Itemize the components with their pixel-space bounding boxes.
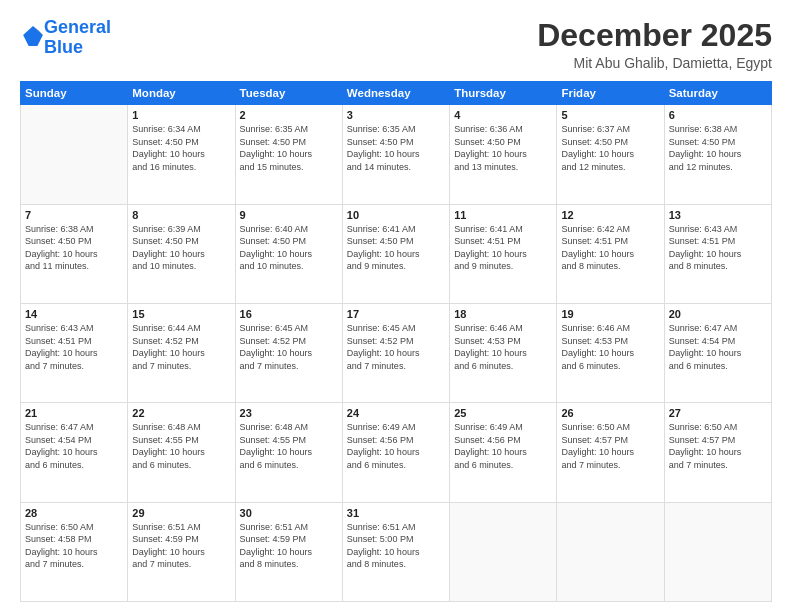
day-number: 17 (347, 308, 445, 320)
day-number: 25 (454, 407, 552, 419)
table-row: 2Sunrise: 6:35 AM Sunset: 4:50 PM Daylig… (235, 105, 342, 204)
col-friday: Friday (557, 82, 664, 105)
table-row: 24Sunrise: 6:49 AM Sunset: 4:56 PM Dayli… (342, 403, 449, 502)
day-number: 23 (240, 407, 338, 419)
day-number: 27 (669, 407, 767, 419)
day-number: 2 (240, 109, 338, 121)
table-row: 14Sunrise: 6:43 AM Sunset: 4:51 PM Dayli… (21, 303, 128, 402)
day-info: Sunrise: 6:42 AM Sunset: 4:51 PM Dayligh… (561, 223, 659, 273)
table-row: 23Sunrise: 6:48 AM Sunset: 4:55 PM Dayli… (235, 403, 342, 502)
day-number: 24 (347, 407, 445, 419)
table-row: 6Sunrise: 6:38 AM Sunset: 4:50 PM Daylig… (664, 105, 771, 204)
col-sunday: Sunday (21, 82, 128, 105)
calendar-week-row: 1Sunrise: 6:34 AM Sunset: 4:50 PM Daylig… (21, 105, 772, 204)
day-number: 29 (132, 507, 230, 519)
svg-marker-0 (23, 26, 43, 46)
day-number: 12 (561, 209, 659, 221)
logo: General Blue (20, 18, 111, 58)
day-info: Sunrise: 6:51 AM Sunset: 4:59 PM Dayligh… (240, 521, 338, 571)
day-info: Sunrise: 6:38 AM Sunset: 4:50 PM Dayligh… (25, 223, 123, 273)
calendar-week-row: 21Sunrise: 6:47 AM Sunset: 4:54 PM Dayli… (21, 403, 772, 502)
table-row (21, 105, 128, 204)
calendar-table: Sunday Monday Tuesday Wednesday Thursday… (20, 81, 772, 602)
day-info: Sunrise: 6:35 AM Sunset: 4:50 PM Dayligh… (347, 123, 445, 173)
table-row: 26Sunrise: 6:50 AM Sunset: 4:57 PM Dayli… (557, 403, 664, 502)
page: General Blue December 2025 Mit Abu Ghali… (0, 0, 792, 612)
table-row: 4Sunrise: 6:36 AM Sunset: 4:50 PM Daylig… (450, 105, 557, 204)
header: General Blue December 2025 Mit Abu Ghali… (20, 18, 772, 71)
table-row: 19Sunrise: 6:46 AM Sunset: 4:53 PM Dayli… (557, 303, 664, 402)
day-info: Sunrise: 6:51 AM Sunset: 4:59 PM Dayligh… (132, 521, 230, 571)
day-info: Sunrise: 6:41 AM Sunset: 4:51 PM Dayligh… (454, 223, 552, 273)
day-info: Sunrise: 6:43 AM Sunset: 4:51 PM Dayligh… (25, 322, 123, 372)
day-number: 11 (454, 209, 552, 221)
day-info: Sunrise: 6:39 AM Sunset: 4:50 PM Dayligh… (132, 223, 230, 273)
day-info: Sunrise: 6:36 AM Sunset: 4:50 PM Dayligh… (454, 123, 552, 173)
calendar-header-row: Sunday Monday Tuesday Wednesday Thursday… (21, 82, 772, 105)
table-row: 22Sunrise: 6:48 AM Sunset: 4:55 PM Dayli… (128, 403, 235, 502)
logo-text: General Blue (44, 18, 111, 58)
day-number: 21 (25, 407, 123, 419)
col-saturday: Saturday (664, 82, 771, 105)
table-row: 20Sunrise: 6:47 AM Sunset: 4:54 PM Dayli… (664, 303, 771, 402)
day-info: Sunrise: 6:48 AM Sunset: 4:55 PM Dayligh… (132, 421, 230, 471)
day-number: 26 (561, 407, 659, 419)
day-number: 20 (669, 308, 767, 320)
table-row: 29Sunrise: 6:51 AM Sunset: 4:59 PM Dayli… (128, 502, 235, 601)
title-block: December 2025 Mit Abu Ghalib, Damietta, … (537, 18, 772, 71)
table-row: 27Sunrise: 6:50 AM Sunset: 4:57 PM Dayli… (664, 403, 771, 502)
logo-icon (22, 25, 44, 47)
day-number: 4 (454, 109, 552, 121)
calendar-week-row: 28Sunrise: 6:50 AM Sunset: 4:58 PM Dayli… (21, 502, 772, 601)
table-row: 31Sunrise: 6:51 AM Sunset: 5:00 PM Dayli… (342, 502, 449, 601)
table-row: 3Sunrise: 6:35 AM Sunset: 4:50 PM Daylig… (342, 105, 449, 204)
day-info: Sunrise: 6:38 AM Sunset: 4:50 PM Dayligh… (669, 123, 767, 173)
calendar-week-row: 7Sunrise: 6:38 AM Sunset: 4:50 PM Daylig… (21, 204, 772, 303)
day-info: Sunrise: 6:45 AM Sunset: 4:52 PM Dayligh… (347, 322, 445, 372)
day-info: Sunrise: 6:51 AM Sunset: 5:00 PM Dayligh… (347, 521, 445, 571)
table-row: 15Sunrise: 6:44 AM Sunset: 4:52 PM Dayli… (128, 303, 235, 402)
col-tuesday: Tuesday (235, 82, 342, 105)
day-number: 6 (669, 109, 767, 121)
table-row (450, 502, 557, 601)
col-wednesday: Wednesday (342, 82, 449, 105)
location: Mit Abu Ghalib, Damietta, Egypt (537, 55, 772, 71)
day-number: 31 (347, 507, 445, 519)
day-info: Sunrise: 6:47 AM Sunset: 4:54 PM Dayligh… (669, 322, 767, 372)
table-row (664, 502, 771, 601)
day-number: 8 (132, 209, 230, 221)
table-row: 21Sunrise: 6:47 AM Sunset: 4:54 PM Dayli… (21, 403, 128, 502)
table-row: 12Sunrise: 6:42 AM Sunset: 4:51 PM Dayli… (557, 204, 664, 303)
table-row: 5Sunrise: 6:37 AM Sunset: 4:50 PM Daylig… (557, 105, 664, 204)
table-row: 8Sunrise: 6:39 AM Sunset: 4:50 PM Daylig… (128, 204, 235, 303)
calendar-week-row: 14Sunrise: 6:43 AM Sunset: 4:51 PM Dayli… (21, 303, 772, 402)
table-row: 17Sunrise: 6:45 AM Sunset: 4:52 PM Dayli… (342, 303, 449, 402)
day-info: Sunrise: 6:50 AM Sunset: 4:57 PM Dayligh… (561, 421, 659, 471)
day-number: 3 (347, 109, 445, 121)
table-row: 10Sunrise: 6:41 AM Sunset: 4:50 PM Dayli… (342, 204, 449, 303)
day-number: 16 (240, 308, 338, 320)
day-info: Sunrise: 6:50 AM Sunset: 4:58 PM Dayligh… (25, 521, 123, 571)
day-number: 1 (132, 109, 230, 121)
day-number: 14 (25, 308, 123, 320)
day-info: Sunrise: 6:47 AM Sunset: 4:54 PM Dayligh… (25, 421, 123, 471)
day-info: Sunrise: 6:48 AM Sunset: 4:55 PM Dayligh… (240, 421, 338, 471)
day-info: Sunrise: 6:46 AM Sunset: 4:53 PM Dayligh… (561, 322, 659, 372)
table-row: 16Sunrise: 6:45 AM Sunset: 4:52 PM Dayli… (235, 303, 342, 402)
table-row: 11Sunrise: 6:41 AM Sunset: 4:51 PM Dayli… (450, 204, 557, 303)
table-row: 30Sunrise: 6:51 AM Sunset: 4:59 PM Dayli… (235, 502, 342, 601)
col-thursday: Thursday (450, 82, 557, 105)
table-row: 9Sunrise: 6:40 AM Sunset: 4:50 PM Daylig… (235, 204, 342, 303)
day-info: Sunrise: 6:46 AM Sunset: 4:53 PM Dayligh… (454, 322, 552, 372)
day-info: Sunrise: 6:49 AM Sunset: 4:56 PM Dayligh… (454, 421, 552, 471)
day-info: Sunrise: 6:37 AM Sunset: 4:50 PM Dayligh… (561, 123, 659, 173)
day-number: 19 (561, 308, 659, 320)
day-info: Sunrise: 6:41 AM Sunset: 4:50 PM Dayligh… (347, 223, 445, 273)
table-row: 28Sunrise: 6:50 AM Sunset: 4:58 PM Dayli… (21, 502, 128, 601)
day-number: 10 (347, 209, 445, 221)
day-number: 9 (240, 209, 338, 221)
col-monday: Monday (128, 82, 235, 105)
table-row: 13Sunrise: 6:43 AM Sunset: 4:51 PM Dayli… (664, 204, 771, 303)
table-row (557, 502, 664, 601)
day-number: 18 (454, 308, 552, 320)
